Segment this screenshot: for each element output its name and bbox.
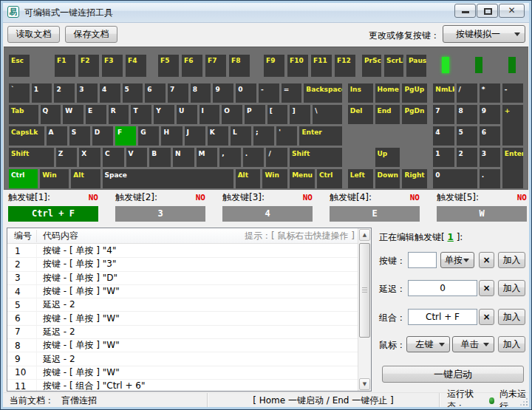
key-3[interactable]: 3: [480, 148, 500, 167]
scroll-down-icon[interactable]: ▼: [359, 378, 370, 390]
key-bracket-left[interactable]: [: [267, 105, 288, 124]
combo-delete-button[interactable]: ×: [479, 309, 494, 325]
key-o[interactable]: O: [222, 105, 242, 124]
key-x[interactable]: X: [79, 148, 100, 167]
key-t[interactable]: T: [131, 105, 151, 124]
key-prscr[interactable]: PrScr: [362, 55, 381, 77]
key-del[interactable]: Del: [348, 105, 373, 124]
key-f[interactable]: F: [115, 126, 136, 146]
key-s[interactable]: S: [69, 126, 90, 146]
key-2[interactable]: 2: [54, 83, 75, 103]
table-row[interactable]: 5延迟 - 2: [7, 298, 358, 312]
key-esc[interactable]: Esc: [9, 55, 30, 77]
key-f12[interactable]: F12: [335, 55, 355, 77]
key-enter[interactable]: Enter: [502, 148, 523, 188]
key-alt[interactable]: Alt: [236, 169, 261, 188]
key-asterisk[interactable]: *: [480, 83, 500, 103]
key-mode-select[interactable]: 单按: [440, 252, 474, 268]
key-plus[interactable]: +: [502, 105, 523, 146]
minimize-button[interactable]: [454, 4, 476, 18]
key-win[interactable]: Win: [40, 169, 69, 188]
table-row[interactable]: 3按键 - [ 单按 ] "D": [7, 272, 358, 285]
key-end[interactable]: End: [375, 105, 400, 124]
key-scrlk[interactable]: ScrLk: [384, 55, 403, 77]
key-right[interactable]: Right: [402, 169, 427, 188]
key-f1[interactable]: F1: [55, 55, 75, 77]
maximize-button[interactable]: [477, 4, 498, 18]
key-enter[interactable]: Enter: [299, 126, 341, 146]
close-button[interactable]: ✕: [499, 4, 525, 18]
trigger-value-box[interactable]: 4: [222, 206, 313, 222]
trigger-value-box[interactable]: W: [437, 206, 527, 222]
key-k[interactable]: K: [208, 126, 228, 146]
key-f7[interactable]: F7: [205, 55, 226, 77]
key-slash[interactable]: /: [266, 148, 287, 167]
key-6[interactable]: 6: [480, 126, 500, 146]
key-d[interactable]: D: [92, 126, 113, 146]
key-delete-button[interactable]: ×: [479, 252, 494, 268]
combo-add-button[interactable]: 加入: [498, 309, 525, 325]
trigger-value-box[interactable]: Ctrl + F: [8, 206, 98, 222]
key-home[interactable]: Home: [375, 83, 400, 103]
key-9[interactable]: 9: [213, 83, 233, 103]
key-shift[interactable]: Shift: [9, 148, 54, 167]
key-4[interactable]: 4: [100, 83, 120, 103]
key-y[interactable]: Y: [154, 105, 174, 124]
key-m[interactable]: M: [197, 148, 218, 167]
key-input[interactable]: [408, 252, 437, 268]
key-equals[interactable]: =: [282, 83, 302, 103]
key-slash[interactable]: /: [457, 83, 477, 103]
trigger-value-box[interactable]: 3: [115, 206, 205, 222]
key-down[interactable]: Down: [375, 169, 400, 188]
key-f6[interactable]: F6: [182, 55, 202, 77]
key-f8[interactable]: F8: [229, 55, 250, 77]
key-n[interactable]: N: [173, 148, 194, 167]
key-1[interactable]: 1: [433, 148, 454, 167]
column-header-content[interactable]: 代码内容: [37, 230, 245, 242]
key-alt[interactable]: Alt: [71, 169, 100, 188]
key-8[interactable]: 8: [191, 83, 211, 103]
key-f2[interactable]: F2: [78, 55, 99, 77]
key-b[interactable]: B: [149, 148, 171, 167]
scrollbar-thumb[interactable]: [359, 243, 370, 338]
key-1[interactable]: 1: [32, 83, 52, 103]
key-q[interactable]: Q: [41, 105, 61, 124]
key-period[interactable]: .: [480, 169, 500, 188]
key-f9[interactable]: F9: [264, 55, 284, 77]
key-semicolon[interactable]: ;: [253, 126, 274, 146]
table-row[interactable]: 10按键 - [ 单按 ] "W": [7, 366, 358, 380]
key-7[interactable]: 7: [433, 105, 454, 124]
trigger-value-box[interactable]: E: [330, 206, 420, 222]
key-l[interactable]: L: [231, 126, 251, 146]
key-g[interactable]: G: [138, 126, 159, 146]
key-ctrl[interactable]: Ctrl: [317, 169, 342, 188]
key-tab[interactable]: Tab: [9, 105, 38, 124]
key-7[interactable]: 7: [168, 83, 188, 103]
key-i[interactable]: I: [200, 105, 220, 124]
key-space[interactable]: Space: [103, 169, 233, 188]
table-row[interactable]: 8按键 - [ 单按 ] "W": [7, 339, 358, 352]
key-p[interactable]: P: [245, 105, 265, 124]
key-minus[interactable]: -: [259, 83, 279, 103]
mouse-button-select[interactable]: 左键: [406, 336, 450, 352]
key-minus[interactable]: -: [502, 83, 523, 103]
key-comma[interactable]: ,: [219, 148, 241, 167]
table-row[interactable]: 1按键 - [ 单按 ] "4": [7, 245, 358, 258]
key-period[interactable]: .: [243, 148, 265, 167]
key-h[interactable]: H: [161, 126, 182, 146]
one-key-start-button[interactable]: 一键启动: [382, 366, 524, 383]
table-row[interactable]: 4按键 - [ 单按 ] "W": [7, 285, 358, 298]
delay-add-button[interactable]: 加入: [498, 280, 525, 296]
key-pgup[interactable]: PgUp: [402, 83, 427, 103]
key-pause[interactable]: Pause: [406, 55, 426, 77]
key-shift[interactable]: Shift: [290, 148, 342, 167]
key-bracket-right[interactable]: ]: [290, 105, 310, 124]
key-j[interactable]: J: [185, 126, 205, 146]
key-backtick[interactable]: `: [9, 83, 30, 103]
table-row[interactable]: 11按键 - [ 组合 ] "Ctrl + 6": [7, 380, 358, 392]
key-pgdn[interactable]: PgDn: [402, 105, 427, 124]
vertical-scrollbar[interactable]: ▲ ▼: [358, 228, 371, 391]
column-header-no[interactable]: 编号: [7, 230, 37, 242]
key-8[interactable]: 8: [457, 105, 477, 124]
key-f5[interactable]: F5: [158, 55, 179, 77]
